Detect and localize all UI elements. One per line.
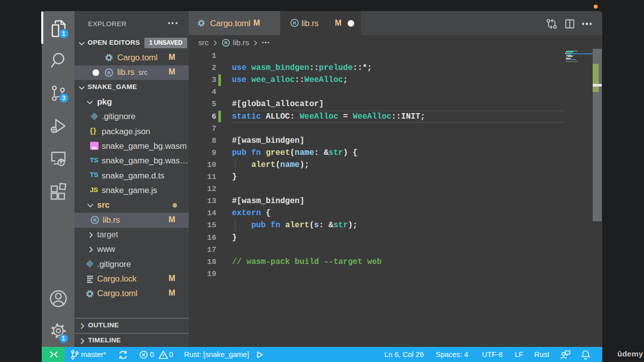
svg-text:R: R [224, 40, 227, 45]
svg-text:R: R [293, 20, 296, 26]
svg-text:R: R [107, 70, 111, 75]
svg-text:R: R [93, 217, 97, 223]
